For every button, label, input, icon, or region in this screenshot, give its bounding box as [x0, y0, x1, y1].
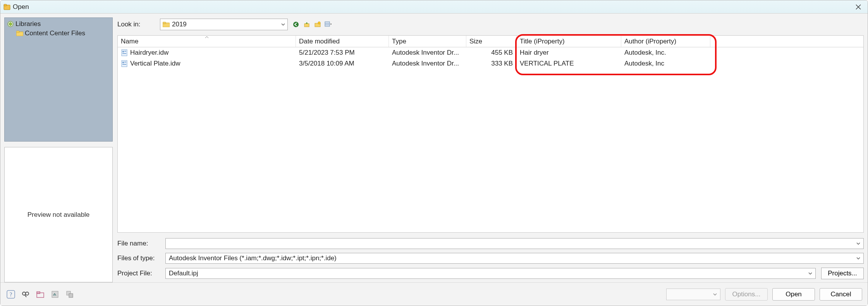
replace-icon-button[interactable] [65, 289, 75, 299]
up-button[interactable] [303, 20, 311, 29]
left-column: Libraries Content Center Files Preview n… [4, 17, 113, 282]
back-button[interactable] [292, 20, 300, 29]
column-header-title[interactable]: Title (iProperty) [517, 36, 621, 47]
folder-tool-button[interactable] [35, 289, 45, 299]
tree-item-content-center[interactable]: Content Center Files [7, 29, 110, 38]
file-list-header: Name Date modified Type Size Title (iPro… [118, 36, 863, 47]
file-date: 3/5/2018 10:09 AM [296, 60, 389, 67]
footer-combo[interactable] [666, 289, 720, 300]
libraries-icon [7, 21, 14, 28]
chevron-down-icon [713, 292, 717, 296]
libraries-tree[interactable]: Libraries Content Center Files [4, 17, 113, 142]
file-size: 333 KB [466, 60, 517, 67]
svg-rect-10 [304, 24, 309, 27]
right-column: Look in: 2019 [117, 17, 864, 282]
folder-icon [163, 22, 170, 27]
file-author: Autodesk, Inc [621, 60, 710, 67]
svg-rect-1 [4, 4, 7, 6]
chevron-down-icon [808, 271, 812, 275]
footer: ? Options... Open Cancel [0, 282, 868, 306]
window-title: Open [13, 3, 29, 11]
svg-rect-18 [124, 51, 126, 52]
file-title: VERTICAL PLATE [517, 60, 621, 67]
filetype-value: Autodesk Inventor Files (*.iam;*.dwg;*.i… [169, 254, 337, 262]
svg-point-12 [318, 22, 320, 24]
svg-rect-33 [69, 294, 73, 297]
view-menu-button[interactable] [324, 20, 333, 29]
file-size: 455 KB [466, 49, 517, 57]
tree-item-label: Content Center Files [25, 29, 85, 37]
filetype-row: Files of type: Autodesk Inventor Files (… [117, 253, 864, 264]
lookin-row: Look in: 2019 [117, 17, 864, 31]
svg-rect-20 [122, 61, 127, 67]
lookin-label: Look in: [117, 21, 156, 28]
projects-button[interactable]: Projects... [821, 268, 864, 279]
dialog-body: Libraries Content Center Files Preview n… [0, 14, 868, 282]
options-icon-button[interactable] [50, 289, 60, 299]
title-bar: Open [0, 0, 868, 14]
column-header-name[interactable]: Name [118, 36, 296, 47]
svg-rect-19 [122, 53, 126, 54]
open-dialog: Open Libraries Content Center Files [0, 0, 868, 306]
svg-point-27 [26, 292, 29, 295]
svg-rect-16 [122, 50, 127, 56]
sort-asc-icon [205, 36, 209, 38]
column-header-type[interactable]: Type [389, 36, 466, 47]
column-header-date[interactable]: Date modified [296, 36, 389, 47]
filename-row: File name: [117, 238, 864, 249]
form-rows: File name: Files of type: Autodesk Inven… [117, 238, 864, 279]
app-icon [3, 3, 10, 10]
lookin-combo[interactable]: 2019 [160, 19, 288, 30]
chevron-down-icon [856, 256, 860, 260]
drawing-file-icon [121, 60, 128, 67]
project-label: Project File: [117, 270, 160, 277]
close-button[interactable] [852, 2, 865, 12]
file-row[interactable]: Hairdryer.idw 5/21/2023 7:53 PM Autodesk… [118, 47, 863, 58]
tree-root-libraries[interactable]: Libraries [7, 19, 110, 29]
chevron-down-icon [281, 22, 285, 26]
svg-rect-22 [124, 62, 126, 62]
file-date: 5/21/2023 7:53 PM [296, 49, 389, 57]
project-row: Project File: Default.ipj Projects... [117, 268, 864, 279]
file-author: Autodesk, Inc. [621, 49, 710, 57]
svg-text:?: ? [10, 292, 12, 297]
svg-rect-17 [122, 51, 124, 52]
folder-icon [16, 31, 23, 36]
column-header-size[interactable]: Size [466, 36, 517, 47]
lookin-value: 2019 [172, 21, 187, 28]
cancel-button[interactable]: Cancel [820, 288, 862, 301]
file-name: Vertical Plate.idw [130, 60, 180, 67]
filename-label: File name: [117, 240, 160, 247]
filetype-label: Files of type: [117, 254, 160, 262]
file-list[interactable]: Name Date modified Type Size Title (iPro… [117, 35, 864, 233]
project-value: Default.ipj [169, 270, 198, 277]
file-name: Hairdryer.idw [130, 49, 168, 57]
open-button[interactable]: Open [772, 288, 815, 301]
help-button[interactable]: ? [6, 289, 16, 299]
svg-rect-13 [325, 22, 330, 26]
svg-rect-8 [163, 22, 166, 24]
find-button[interactable] [21, 289, 31, 299]
file-type: Autodesk Inventor Dr... [389, 60, 466, 67]
lookin-toolbar [292, 20, 333, 29]
svg-point-9 [293, 22, 299, 27]
filename-input[interactable] [165, 238, 864, 249]
project-combo[interactable]: Default.ipj [165, 268, 816, 279]
file-row[interactable]: Vertical Plate.idw 3/5/2018 10:09 AM Aut… [118, 58, 863, 69]
svg-rect-6 [16, 31, 19, 33]
chevron-down-icon [856, 242, 860, 245]
preview-pane: Preview not available [4, 147, 113, 282]
tree-root-label: Libraries [15, 20, 41, 28]
column-header-author[interactable]: Author (iProperty) [621, 36, 710, 47]
svg-rect-23 [122, 64, 126, 65]
svg-rect-21 [122, 62, 124, 63]
file-title: Hair dryer [517, 49, 621, 57]
new-folder-button[interactable] [313, 20, 322, 29]
drawing-file-icon [121, 49, 128, 56]
filetype-combo[interactable]: Autodesk Inventor Files (*.iam;*.dwg;*.i… [165, 253, 864, 264]
preview-text: Preview not available [28, 211, 90, 219]
file-type: Autodesk Inventor Dr... [389, 49, 466, 57]
options-button[interactable]: Options... [725, 288, 768, 301]
